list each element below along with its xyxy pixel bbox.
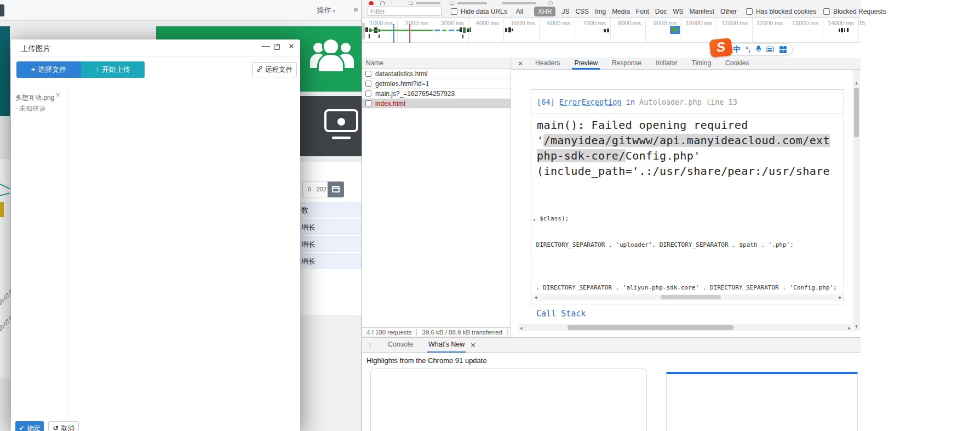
pane-horizontal-scrollbar[interactable]: ◂ ▸ [519,324,852,331]
chart-line-segment [0,182,10,189]
filter-type-img[interactable]: Img [595,8,606,15]
scrollbar-thumb[interactable] [661,295,721,299]
hide-data-urls-checkbox[interactable] [451,8,457,15]
whats-new-card[interactable] [370,368,647,431]
waterfall-tick [841,28,843,32]
filter-type-xhr[interactable]: XHR [534,7,555,16]
blocked-requests-checkbox[interactable] [823,8,830,15]
filter-type-manifest[interactable]: Manifest [690,8,714,15]
divider [68,87,69,417]
close-icon[interactable]: ✕ [286,42,296,54]
summary-panel: 0 - 202 数 增长 增长 增长 [300,162,362,315]
scrollbar-thumb[interactable] [568,325,733,330]
select-file-button[interactable]: +选择文件 [16,61,81,78]
row-checkbox[interactable] [365,90,371,97]
scroll-up-icon[interactable]: ▴ [854,80,859,86]
row-checkbox[interactable] [365,71,371,77]
filter-type-font[interactable]: Font [636,8,649,15]
record-icon[interactable] [369,1,374,5]
overview-handle[interactable] [362,23,365,39]
calendar-button[interactable] [328,182,344,197]
scroll-down-icon[interactable]: ▾ [854,324,859,329]
filter-type-other[interactable]: Other [720,8,737,15]
tab-response[interactable]: Response [610,58,644,70]
scroll-left-icon[interactable]: ◂ [520,325,523,331]
tab-preview[interactable]: Preview [572,58,600,70]
tab-cookies[interactable]: Cookies [723,58,751,70]
row-checkbox[interactable] [365,100,371,106]
more-menu-icon[interactable]: ⋮ [366,341,374,349]
code-snippet: , $class); DIRECTORY_SEPARATOR . 'upload… [532,197,794,267]
whats-new-card-highlight[interactable] [666,372,858,431]
file-name: 多想互动.png [15,94,54,101]
toolbox-grid-icon[interactable] [780,46,787,53]
call-stack-link[interactable]: Call Stack [536,309,586,319]
waterfall-dash [449,30,454,31]
keyboard-icon[interactable] [766,47,774,52]
ruler-tick: 7000 ms [573,20,606,26]
waterfall-mark [365,27,368,32]
column-header-name[interactable]: Name [362,58,511,69]
selected-range-inner [672,27,677,32]
close-drawer-tab-icon[interactable]: ✕ [470,341,475,349]
tab-whats-new[interactable]: What's New [427,337,466,353]
tab-console[interactable]: Console [387,337,414,353]
waterfall-dash [442,30,446,31]
microphone-icon[interactable] [756,46,760,53]
clear-icon[interactable] [380,1,385,5]
cancel-button[interactable]: ↺取消 [48,421,79,431]
filter-type-css[interactable]: CSS [575,8,589,15]
filter-type-all[interactable]: All [516,8,523,15]
close-detail-icon[interactable]: ✕ [518,60,523,67]
tab-headers[interactable]: Headers [533,58,562,70]
sidebar-toggle-fragment[interactable] [0,4,4,16]
throttling-fragment[interactable] [502,2,536,4]
app-topbar: 操作▾ » [0,0,362,21]
dom-loaded-line [393,24,394,43]
ime-language-toggle[interactable]: 中 [733,44,740,55]
filter-input[interactable] [368,7,442,16]
request-row[interactable]: main.js?_=1627654257923 [362,89,511,99]
stat-row: 增长 [300,219,362,236]
exception-link[interactable]: ErrorException [559,98,622,106]
filter-type-ws[interactable]: WS [673,8,683,15]
tab-timing[interactable]: Timing [690,58,714,70]
start-upload-button[interactable]: ↑开始上传 [81,61,145,78]
collapse-chevrons-icon[interactable]: » [353,4,357,14]
ruler-tick: 2000 ms [396,20,428,26]
horizontal-scrollbar[interactable]: ◂ ▸ [534,294,843,300]
request-row[interactable]: datastatistics.html [362,69,511,79]
ruler-tick: 5000 ms [502,20,535,26]
confirm-button[interactable]: ✓确定 [15,421,44,431]
divider [416,329,417,336]
filter-type-doc[interactable]: Doc [655,8,667,15]
filter-type-js[interactable]: JS [561,8,569,15]
has-blocked-cookies-checkbox[interactable] [746,8,753,15]
gear-icon[interactable] [548,1,553,5]
scroll-right-icon[interactable]: ▸ [848,325,851,331]
scroll-right-icon[interactable]: ▸ [839,294,841,300]
action-dropdown[interactable]: 操作▾ [317,5,335,15]
drawer-tab-bar: ⋮ Console What's New ✕ [362,337,861,353]
date-range-input[interactable]: 0 - 202 [302,182,328,197]
request-row[interactable]: getroles.html?id=1 [362,79,511,89]
remove-file-icon[interactable]: ✕ [55,92,60,98]
filter-type-media[interactable]: Media [612,8,630,15]
ime-punctuation-toggle[interactable]: °, [746,44,750,55]
tab-initiator[interactable]: Initiator [654,58,679,70]
row-checkbox[interactable] [365,81,371,87]
scroll-left-icon[interactable]: ◂ [535,294,537,300]
sogou-logo[interactable]: S [709,38,732,58]
remote-file-button[interactable]: 远程文件 [252,62,297,77]
error-code: [64] [537,98,555,106]
network-overview-ruler[interactable]: 1000 ms 2000 ms 3000 ms 4000 ms 5000 ms … [362,18,861,43]
chart-line-segment [0,192,10,196]
maximize-icon[interactable]: ↗ [274,44,280,50]
waterfall-mark [512,29,513,31]
request-row-selected[interactable]: index.html [362,99,511,109]
pane-vertical-scrollbar[interactable]: ▴ ▾ [853,70,860,331]
scrollbar-thumb[interactable] [854,88,859,137]
divider [392,0,392,5]
stat-row: 增长 [300,236,362,253]
minimize-icon[interactable]: — [261,41,271,53]
